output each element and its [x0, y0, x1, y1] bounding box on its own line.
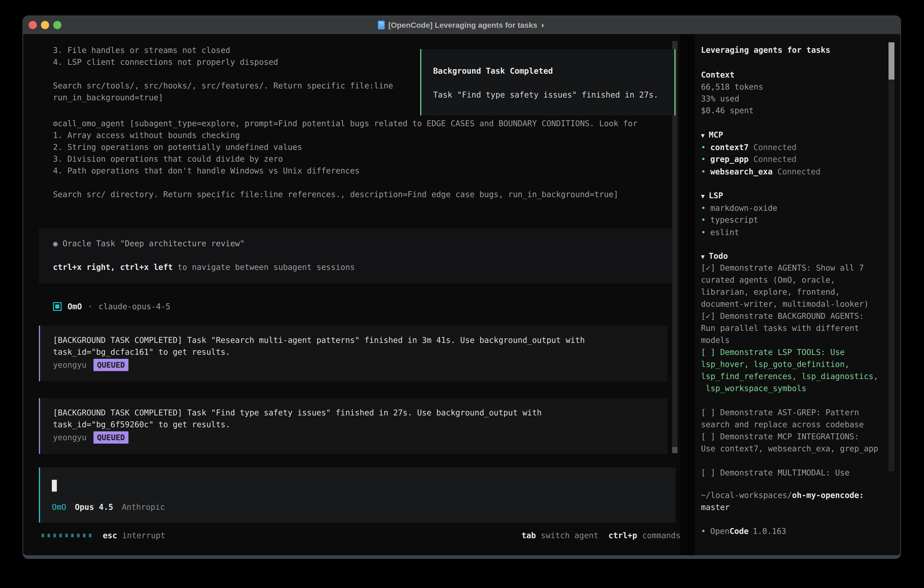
status-bar: esc interrupt tab switch agent ctrl+p co…	[41, 530, 680, 542]
status-left: esc interrupt	[41, 531, 165, 540]
transcript-line: Search src/tools/, src/hooks/, src/featu…	[53, 80, 393, 92]
mcp-status-label: Connected	[754, 155, 797, 164]
bullet-icon: •	[701, 167, 706, 176]
status-right: tab switch agent ctrl+p commands	[521, 531, 680, 540]
task-completed-message-2: [BACKGROUND TASK COMPLETED] Task "Find t…	[39, 398, 667, 454]
hint-text: to navigate between subagent sessions	[173, 263, 355, 272]
app-window: [OpenCode] Leveraging agents for tasks ◐…	[23, 15, 901, 559]
agent-model: claude-opus-4-5	[99, 301, 170, 312]
todo-line: [ ] Demonstrate MCP INTEGRATIONS:	[701, 431, 859, 443]
todo-heading-label: Todo	[709, 251, 728, 261]
mcp-section-header[interactable]: ▼MCP	[701, 129, 723, 141]
mcp-heading-label: MCP	[709, 130, 723, 139]
todo-line: Use context7, websearch_exa, grep_app	[701, 443, 878, 454]
record-icon: ◉	[53, 239, 58, 248]
window-title: [OpenCode] Leveraging agents for tasks ◐	[378, 21, 546, 30]
tool-call-line: 2. String operations on potentially unde…	[53, 141, 637, 153]
hint-key-2: ctrl+x left	[120, 263, 173, 272]
mcp-status-label: Connected	[777, 167, 820, 176]
lsp-heading-label: LSP	[709, 191, 723, 200]
todo-line: document-writer, multimodal-looker)	[701, 298, 869, 310]
context-spent: $0.46 spent	[701, 105, 754, 116]
todo-line: [ ] Demonstrate AST-GREP: Pattern	[701, 406, 859, 418]
context-tokens: 66,518 tokens	[701, 81, 763, 93]
app-name-prefix: Open	[710, 527, 729, 536]
mcp-item-context7: •context7 Connected	[701, 141, 797, 153]
ctrlp-action-label: commands	[642, 531, 680, 540]
document-icon	[378, 21, 385, 29]
bullet-icon: •	[701, 215, 706, 225]
context-used: 33% used	[701, 93, 739, 105]
oracle-task-title: ◉ Oracle Task "Deep architecture review"	[53, 238, 675, 249]
sidebar-scrollbar-track[interactable]	[889, 42, 894, 471]
sidebar-scrollbar-thumb[interactable]	[889, 42, 894, 79]
bullet-icon: •	[701, 155, 706, 164]
bullet-icon: •	[701, 228, 706, 237]
task-message-line: [BACKGROUND TASK COMPLETED] Task "Resear…	[53, 334, 667, 346]
lsp-section-header[interactable]: ▼LSP	[701, 190, 723, 202]
queued-status-badge: QUEUED	[94, 359, 129, 371]
mcp-name: context7	[710, 143, 749, 152]
transcript-line: run_in_background=true]	[53, 92, 393, 104]
separator-dot: ·	[88, 301, 92, 312]
version-line: •OpenCode1.0.163	[701, 525, 786, 537]
workspace-path-prefix: ~/local-workspaces/	[701, 491, 792, 500]
tool-call-line: Search src/ directory. Return specific f…	[53, 188, 637, 200]
hint-sep	[115, 263, 120, 272]
oracle-task-title-text: Oracle Task "Deep architecture review"	[58, 239, 245, 248]
author-name: yeongyu	[53, 433, 87, 442]
subagent-nav-hint: ctrl+x right, ctrl+x left to navigate be…	[53, 261, 675, 273]
hint-key-1: ctrl+x right,	[53, 263, 115, 272]
transcript-line: 3. File handles or streams not closed	[53, 45, 393, 56]
bullet-icon: •	[701, 143, 706, 152]
todo-line: librarian, explore, frontend,	[701, 286, 840, 298]
todo-line-active: lsp_find_references, lsp_diagnostics,	[701, 370, 878, 382]
half-moon-icon: ◐	[541, 21, 546, 30]
todo-line: search and replace across codebase	[701, 419, 864, 430]
todo-line-active: [ ] Demonstrate LSP TOOLS: Use	[701, 346, 845, 358]
lsp-name: typescript	[710, 215, 758, 225]
session-title: Leveraging agents for tasks	[701, 44, 830, 56]
chevron-down-icon: ▼	[701, 193, 705, 200]
todo-line: Run parallel tasks with different	[701, 322, 859, 334]
zoom-button[interactable]	[53, 21, 61, 29]
message-meta-row: yeongyu QUEUED	[53, 431, 667, 444]
task-message-line: [BACKGROUND TASK COMPLETED] Task "Find t…	[53, 407, 667, 419]
workspace-repo: oh-my-opencode:	[792, 491, 864, 500]
sidebar: Leveraging agents for tasks Context 66,5…	[695, 34, 901, 555]
context-heading: Context	[701, 69, 734, 81]
agent-name: OmO	[68, 301, 82, 312]
tab-key-hint: tab	[521, 531, 536, 540]
message-meta-row: yeongyu QUEUED	[53, 358, 667, 371]
mcp-name: websearch_exa	[710, 167, 772, 176]
todo-line-active: lsp_hover, lsp_goto_definition,	[701, 358, 850, 370]
mcp-name: grep_app	[710, 155, 749, 164]
titlebar: [OpenCode] Leveraging agents for tasks ◐	[23, 16, 900, 34]
workspace-branch: master	[701, 501, 729, 513]
mcp-status	[749, 155, 754, 164]
prompt-input[interactable]: OmO Opus 4.5 Anthropic	[39, 467, 675, 522]
task-message-line: task_id="bg_dcfac161" to get results.	[53, 346, 667, 358]
background-task-notification: Background Task Completed Task "Find typ…	[420, 49, 675, 116]
chevron-down-icon: ▼	[701, 132, 705, 139]
minimize-button[interactable]	[41, 21, 49, 29]
esc-action-label: interrupt	[122, 531, 165, 540]
gear-icon: ⚙	[53, 119, 58, 128]
tab-action-label: switch agent	[541, 531, 599, 540]
tool-call-block: ⚙call_omo_agent [subagent_type=explore, …	[53, 117, 637, 200]
author-name: yeongyu	[53, 360, 87, 370]
mcp-item-websearch-exa: •websearch_exa Connected	[701, 166, 820, 178]
window-title-text: [OpenCode] Leveraging agents for tasks	[388, 21, 538, 30]
main-scrollbar-top-segment[interactable]	[672, 41, 678, 49]
main-scrollbar-thumb[interactable]	[672, 447, 678, 453]
todo-section-header[interactable]: ▼Todo	[701, 250, 728, 262]
spinner-dots-icon	[41, 533, 91, 537]
transcript-top-block: 3. File handles or streams not closed 4.…	[53, 45, 393, 104]
mcp-item-grep-app: •grep_app Connected	[701, 153, 797, 165]
close-button[interactable]	[29, 21, 37, 29]
oracle-task-panel: ◉ Oracle Task "Deep architecture review"…	[39, 228, 675, 283]
tool-call-line	[53, 177, 637, 188]
mcp-status	[772, 167, 777, 176]
lsp-item-eslint: •eslint	[701, 226, 739, 238]
todo-line: curated agents (OmO, oracle,	[701, 274, 835, 286]
